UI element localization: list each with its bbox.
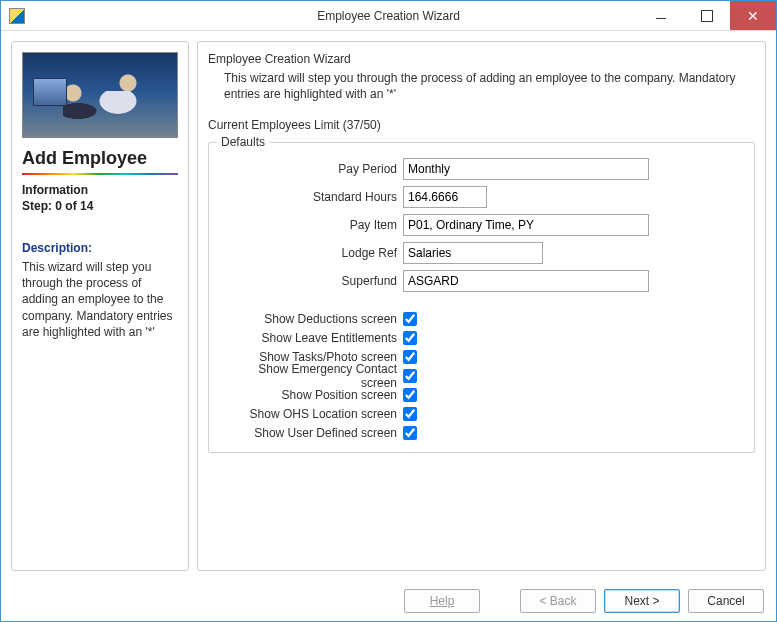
lodge-ref-label: Lodge Ref [219, 246, 403, 260]
help-button[interactable]: Help [404, 589, 480, 613]
show-position-checkbox[interactable] [403, 388, 417, 402]
cancel-button[interactable]: Cancel [688, 589, 764, 613]
info-label: Information [22, 183, 178, 197]
show-leave-checkbox[interactable] [403, 331, 417, 345]
show-ohs-checkbox[interactable] [403, 407, 417, 421]
back-button[interactable]: < Back [520, 589, 596, 613]
show-userdef-label: Show User Defined screen [219, 426, 403, 440]
show-leave-label: Show Leave Entitlements [219, 331, 403, 345]
show-emergency-checkbox[interactable] [403, 369, 417, 383]
description-text: This wizard will step you through the pr… [22, 259, 178, 340]
defaults-legend: Defaults [217, 135, 269, 149]
minimize-button[interactable] [638, 1, 684, 30]
standard-hours-label: Standard Hours [219, 190, 403, 204]
panel-intro: This wizard will step you through the pr… [224, 70, 755, 102]
wizard-image [22, 52, 178, 138]
defaults-group: Defaults Pay Period Monthly Standard Hou… [208, 142, 755, 453]
wizard-footer: Help < Back Next > Cancel [1, 581, 776, 621]
next-button[interactable]: Next > [604, 589, 680, 613]
pay-item-label: Pay Item [219, 218, 403, 232]
show-deductions-label: Show Deductions screen [219, 312, 403, 326]
separator [22, 173, 178, 175]
show-screen-options: Show Deductions screen Show Leave Entitl… [219, 309, 744, 442]
maximize-button[interactable] [684, 1, 730, 30]
lodge-ref-input[interactable] [403, 242, 543, 264]
employee-limit: Current Employees Limit (37/50) [208, 118, 755, 132]
title-bar: Employee Creation Wizard [1, 1, 776, 31]
pay-period-select[interactable]: Monthly [403, 158, 649, 180]
description-heading: Description: [22, 241, 178, 255]
step-label: Step: 0 of 14 [22, 199, 178, 213]
show-ohs-label: Show OHS Location screen [219, 407, 403, 421]
app-icon [9, 8, 25, 24]
show-userdef-checkbox[interactable] [403, 426, 417, 440]
show-position-label: Show Position screen [219, 388, 403, 402]
wizard-heading: Add Employee [22, 148, 178, 169]
wizard-main-panel: Employee Creation Wizard This wizard wil… [197, 41, 766, 571]
show-tasks-checkbox[interactable] [403, 350, 417, 364]
wizard-side-panel: Add Employee Information Step: 0 of 14 D… [11, 41, 189, 571]
panel-title: Employee Creation Wizard [208, 52, 755, 66]
superfund-label: Superfund [219, 274, 403, 288]
close-button[interactable] [730, 1, 776, 30]
pay-period-label: Pay Period [219, 162, 403, 176]
show-deductions-checkbox[interactable] [403, 312, 417, 326]
pay-item-select[interactable]: P01, Ordinary Time, PY [403, 214, 649, 236]
standard-hours-input[interactable] [403, 186, 487, 208]
show-emergency-label: Show Emergency Contact screen [219, 362, 403, 390]
superfund-select[interactable]: ASGARD [403, 270, 649, 292]
